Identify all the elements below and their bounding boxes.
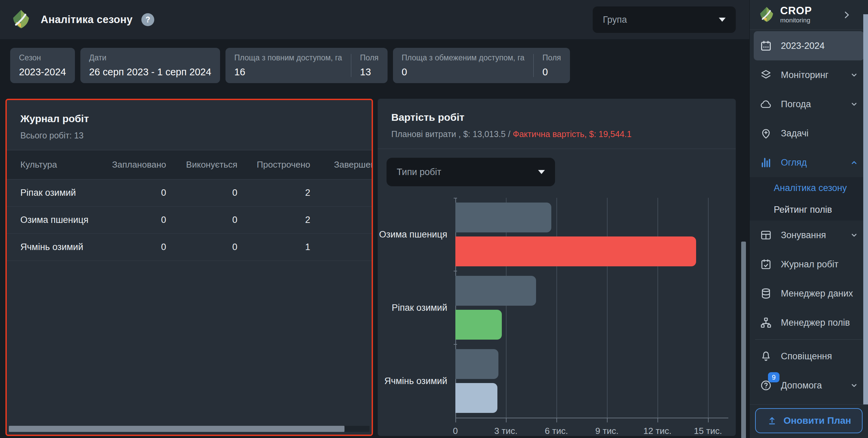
group-select[interactable]: Група: [593, 6, 736, 33]
update-plan-button[interactable]: Оновити План: [755, 408, 863, 433]
limited-access-fields-label: Поля: [542, 53, 561, 62]
actual-costs-text: Фактична вартість, $: 19,544.1: [513, 129, 631, 139]
sidebar-item-weather[interactable]: Погода: [754, 90, 864, 119]
sidebar-item-label: Сповіщення: [781, 351, 832, 362]
bar-group: [455, 271, 708, 344]
table-row: Озима пшениця 0 0 2: [7, 207, 372, 234]
page-title: Аналітика сезону: [41, 14, 133, 26]
chevron-down-icon: [859, 318, 859, 328]
dates-label: Дати: [89, 53, 211, 62]
actual-cost-bar: [455, 236, 696, 266]
sidebar-item-season[interactable]: 2023-2024: [754, 31, 864, 60]
clipboard-check-icon: [760, 258, 772, 270]
limited-access-card: Площа з обмеженим доступом, га 0 Поля 0: [393, 48, 570, 83]
cell-in-progress: 0: [166, 242, 237, 252]
sidebar-item-label: Допомога: [781, 380, 822, 391]
x-tick-label: 0: [453, 426, 458, 436]
sidebar-item-overview[interactable]: Огляд: [754, 148, 864, 177]
sidebar-subitem-season-analytics[interactable]: Аналітика сезону: [750, 177, 868, 199]
divider: [533, 54, 534, 77]
category-label: Ячмінь озимий: [387, 344, 455, 418]
pin-plus-icon: [760, 127, 772, 139]
full-access-card: Площа з повним доступом, га 16 Поля 13: [225, 48, 387, 83]
x-axis-tick: [607, 418, 608, 422]
horizontal-scrollbar[interactable]: [9, 426, 370, 432]
chevron-down-icon: [849, 99, 859, 109]
x-axis-line: [455, 418, 728, 418]
sidebar-item-monitoring[interactable]: Моніторинг: [754, 60, 864, 90]
sidebar-item-label: Огляд: [781, 157, 807, 168]
content: Журнал робіт Всього робіт: 13 Культура З…: [0, 92, 749, 438]
calendar-icon: [760, 40, 772, 52]
sidebar-item-work-journal[interactable]: Журнал робіт: [754, 250, 864, 279]
full-access-fields-value: 13: [360, 66, 379, 78]
limited-access-value: 0: [402, 66, 525, 78]
cell-in-progress: 0: [166, 215, 237, 225]
full-access-value: 16: [234, 66, 342, 78]
sidebar-item-zoning[interactable]: Зонування: [754, 221, 864, 250]
sidebar-item-label: Менеджер даних: [781, 288, 853, 299]
limited-access-label: Площа з обмеженим доступом, га: [402, 53, 525, 62]
cell-planned: 0: [105, 215, 166, 225]
x-tick-label: 12 тис.: [644, 426, 672, 436]
sidebar-scrollbar-thumb[interactable]: [863, 14, 868, 404]
sidebar-item-tasks[interactable]: Задачі: [754, 119, 864, 148]
dates-card: Дати 26 серп 2023 - 1 серп 2024: [80, 48, 220, 83]
topbar: Аналітика сезону ? Група: [0, 0, 749, 40]
full-access-fields-label: Поля: [360, 53, 379, 62]
bar-chart-icon: [760, 156, 772, 169]
costs-bar-chart: Озима пшениця Ріпак озимий Ячмінь озимий: [387, 198, 732, 418]
planned-cost-bar: [455, 276, 536, 306]
group-select-label: Група: [603, 15, 627, 25]
cell-planned: 0: [105, 242, 166, 252]
sitemap-icon: [760, 317, 772, 329]
bar-group: [455, 344, 708, 418]
work-costs-header: Вартість робіт Планові витрати , $: 13,0…: [378, 99, 736, 149]
column-planned: Заплановано: [105, 159, 166, 170]
sidebar-item-label: Погода: [781, 99, 811, 110]
bar-group: [455, 198, 708, 271]
help-count-badge: 9: [768, 372, 780, 382]
work-types-select[interactable]: Типи робіт: [387, 158, 555, 186]
sidebar-subitem-field-rating[interactable]: Рейтинг полів: [750, 199, 868, 221]
cloud-icon: [760, 98, 772, 110]
sidebar-nav: 2023-2024 Моніторинг Погода Задачі Огляд…: [750, 30, 868, 404]
horizontal-scrollbar-thumb[interactable]: [9, 426, 344, 432]
actual-cost-bar: [455, 310, 502, 340]
full-access-label: Площа з повним доступом, га: [234, 53, 342, 62]
sidebar-item-field-manager[interactable]: Менеджер полів: [754, 308, 864, 337]
layers-icon: [760, 69, 772, 81]
category-label: Озима пшениця: [387, 198, 455, 271]
main-area: Аналітика сезону ? Група Сезон 2023-2024…: [0, 0, 749, 438]
database-icon: [760, 287, 772, 300]
bell-icon: [760, 350, 772, 362]
cell-crop: Ячмінь озимий: [20, 242, 105, 252]
cell-planned: 0: [105, 188, 166, 198]
work-costs-body: Типи робіт Озима пшениця Ріпак озимий Яч…: [378, 149, 736, 418]
upload-icon: [767, 415, 777, 426]
sidebar-collapse-chevron-right-icon[interactable]: [842, 10, 852, 20]
x-axis-tick: [556, 418, 557, 422]
crop-monitoring-logo-icon: [758, 6, 775, 24]
table-row: Ріпак озимий 0 0 2: [7, 179, 372, 207]
sidebar-item-label: Зонування: [781, 230, 826, 241]
sidebar-item-help[interactable]: 9 Допомога: [754, 371, 864, 400]
work-journal-subtitle: Всього робіт: 13: [20, 131, 358, 140]
help-badge-icon[interactable]: ?: [141, 13, 154, 26]
column-completed: Завершено: [310, 159, 373, 170]
content-scrollbar-thumb[interactable]: [741, 242, 746, 438]
planned-cost-bar: [455, 203, 551, 232]
season-infobar: Сезон 2023-2024 Дати 26 серп 2023 - 1 се…: [0, 40, 749, 92]
column-in-progress: Виконується: [166, 159, 237, 170]
cell-overdue: 2: [237, 215, 310, 225]
sidebar-item-notifications[interactable]: Сповіщення: [754, 342, 864, 371]
work-journal-panel: Журнал робіт Всього робіт: 13 Культура З…: [5, 99, 373, 436]
brand: CROP monitoring: [780, 5, 812, 24]
season-value: 2023-2024: [19, 66, 66, 78]
work-costs-title: Вартість робіт: [391, 112, 722, 123]
chevron-up-icon: [849, 157, 859, 168]
app-logo-icon: [10, 9, 32, 31]
work-costs-subtitle: Планові витрати , $: 13,013.5 / Фактична…: [391, 129, 722, 139]
sidebar-item-data-manager[interactable]: Менеджер даних: [754, 279, 864, 308]
brand-name: CROP: [780, 5, 812, 16]
